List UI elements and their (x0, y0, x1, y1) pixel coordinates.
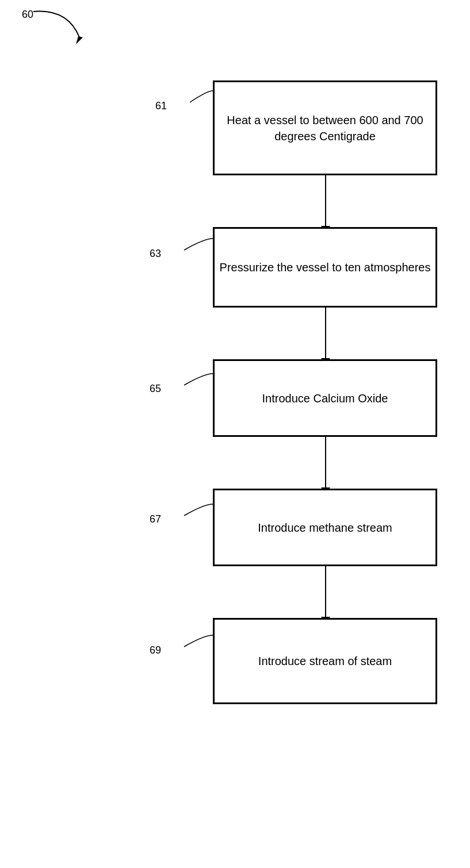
step-63-text: Pressurize the vessel to ten atmospheres (220, 259, 431, 275)
arrow-2 (321, 308, 330, 365)
step-61-text: Heat a vessel to between 600 and 700 deg… (215, 112, 435, 144)
svg-text:63: 63 (150, 248, 161, 259)
svg-text:61: 61 (155, 100, 167, 112)
step-63-box: Pressurize the vessel to ten atmospheres (213, 227, 437, 308)
svg-text:69: 69 (150, 644, 161, 656)
step-67-box: Introduce methane stream (213, 489, 437, 566)
step-65-text: Introduce Calcium Oxide (262, 390, 388, 406)
arrow-4 (321, 566, 330, 624)
arrow-2-line (325, 308, 326, 358)
step-69-box: Introduce stream of steam (213, 618, 437, 704)
step-69-text: Introduce stream of steam (258, 653, 392, 669)
step-65-box: Introduce Calcium Oxide (213, 359, 437, 437)
diagram-container: 60 61 Heat a vessel to between 600 and 7… (0, 0, 470, 868)
svg-marker-0 (76, 36, 83, 44)
arrow-4-line (325, 566, 326, 617)
svg-text:65: 65 (150, 383, 161, 394)
arrow-3 (321, 437, 330, 494)
step-67-text: Introduce methane stream (258, 520, 392, 536)
main-arrow-icon (22, 3, 91, 49)
step-61-box: Heat a vessel to between 600 and 700 deg… (213, 80, 437, 175)
arrow-1-line (325, 175, 326, 226)
svg-text:67: 67 (150, 513, 161, 525)
arrow-3-line (325, 437, 326, 487)
arrow-1 (321, 175, 330, 233)
